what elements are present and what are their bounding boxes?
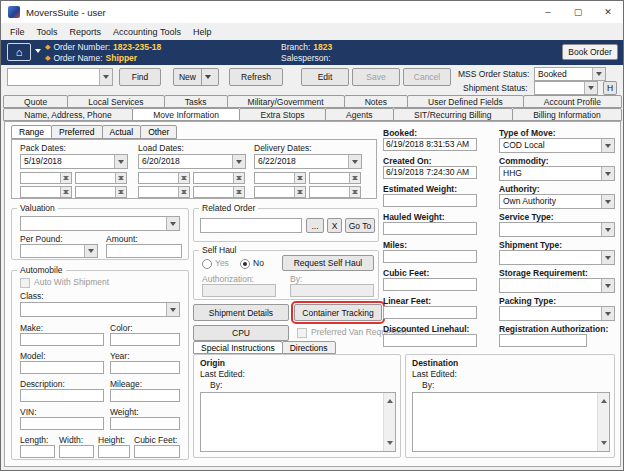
- tab-billing-information[interactable]: Billing Information: [512, 108, 622, 121]
- shipment-details-button[interactable]: Shipment Details: [193, 304, 289, 321]
- delivery-spinner-1[interactable]: [254, 172, 306, 184]
- related-order-goto-button[interactable]: Go To: [345, 218, 375, 233]
- color-field[interactable]: [110, 333, 180, 346]
- per-pound-combo[interactable]: [20, 244, 98, 258]
- refresh-button[interactable]: Refresh: [229, 68, 283, 86]
- pack-spinner-3[interactable]: [20, 186, 72, 198]
- tab-tasks[interactable]: Tasks: [164, 95, 228, 108]
- discounted-linehaul-field[interactable]: [383, 334, 477, 347]
- delivery-spinner-4[interactable]: [309, 186, 361, 198]
- tab-notes[interactable]: Notes: [344, 95, 408, 108]
- subtab-preferred[interactable]: Preferred: [51, 125, 102, 139]
- spinner-arrows-icon[interactable]: [349, 173, 360, 183]
- dropdown-arrow-icon[interactable]: [601, 223, 614, 236]
- dropdown-arrow-icon[interactable]: [348, 155, 361, 168]
- load-spinner-2[interactable]: [193, 172, 245, 184]
- spinner-arrows-icon[interactable]: [178, 173, 189, 183]
- subtab-actual[interactable]: Actual: [102, 125, 142, 139]
- make-field[interactable]: [20, 333, 104, 346]
- weight-field[interactable]: [110, 417, 180, 430]
- tab-sit-recurring-billing[interactable]: SIT/Recurring Billing: [393, 108, 513, 121]
- menu-file[interactable]: File: [4, 25, 31, 39]
- tab-directions[interactable]: Directions: [282, 341, 336, 354]
- tab-account-profile[interactable]: Account Profile: [523, 95, 622, 108]
- load-spinner-3[interactable]: [138, 186, 190, 198]
- hauled-weight-field[interactable]: [383, 222, 477, 235]
- home-dropdown-icon[interactable]: [35, 49, 41, 56]
- pack-spinner-4[interactable]: [75, 186, 127, 198]
- stats-cubic-feet-field[interactable]: [383, 278, 477, 291]
- spinner-arrows-icon[interactable]: [115, 187, 126, 197]
- subtab-other[interactable]: Other: [140, 125, 177, 139]
- load-date-combo[interactable]: 6/20/2018: [138, 154, 246, 169]
- spinner-arrows-icon[interactable]: [349, 187, 360, 197]
- scrollbar[interactable]: [383, 393, 395, 451]
- save-button[interactable]: Save: [352, 68, 400, 86]
- tab-quote[interactable]: Quote: [3, 95, 68, 108]
- amount-field[interactable]: [106, 244, 182, 258]
- load-spinner-1[interactable]: [138, 172, 190, 184]
- dropdown-arrow-icon[interactable]: [601, 251, 614, 264]
- container-tracking-button[interactable]: Container Tracking: [294, 304, 382, 321]
- dropdown-arrow-icon[interactable]: [601, 139, 614, 152]
- spinner-arrows-icon[interactable]: [115, 173, 126, 183]
- spinner-arrows-icon[interactable]: [60, 173, 71, 183]
- pack-date-combo[interactable]: 5/19/2018: [20, 154, 128, 169]
- vin-field[interactable]: [20, 417, 104, 430]
- menu-help[interactable]: Help: [187, 25, 218, 39]
- valuation-combo[interactable]: [20, 216, 180, 231]
- destination-instructions-textarea[interactable]: [412, 392, 610, 452]
- close-icon[interactable]: ✕: [593, 1, 623, 23]
- dropdown-arrow-icon[interactable]: [601, 307, 614, 320]
- spinner-arrows-icon[interactable]: [60, 187, 71, 197]
- cubic-feet-field[interactable]: [134, 445, 180, 458]
- related-order-clear-button[interactable]: X: [327, 218, 342, 233]
- auto-with-shipment-checkbox[interactable]: [20, 278, 30, 288]
- related-order-browse-button[interactable]: ...: [306, 218, 324, 233]
- class-combo[interactable]: [20, 302, 180, 317]
- origin-instructions-textarea[interactable]: [200, 392, 396, 452]
- spinner-arrows-icon[interactable]: [294, 173, 305, 183]
- tab-military-government[interactable]: Military/Government: [227, 95, 345, 108]
- shipment-type-combo[interactable]: [499, 250, 615, 265]
- type-of-move-combo[interactable]: COD Local: [499, 138, 615, 153]
- width-field[interactable]: [59, 445, 94, 458]
- delivery-spinner-3[interactable]: [254, 186, 306, 198]
- dropdown-arrow-icon[interactable]: [584, 82, 597, 94]
- mileage-field[interactable]: [110, 389, 180, 402]
- authority-combo[interactable]: Own Authority: [499, 194, 615, 209]
- commodity-combo[interactable]: HHG: [499, 166, 615, 181]
- spinner-arrows-icon[interactable]: [233, 187, 244, 197]
- mss-order-status-combo[interactable]: Booked: [534, 67, 606, 81]
- related-order-field[interactable]: [200, 218, 302, 233]
- find-button[interactable]: Find: [119, 68, 161, 86]
- estimated-weight-field[interactable]: [383, 194, 477, 207]
- dropdown-arrow-icon[interactable]: [232, 155, 245, 168]
- shipment-status-combo[interactable]: [534, 81, 598, 95]
- registration-authorization-field[interactable]: [499, 334, 587, 347]
- load-spinner-4[interactable]: [193, 186, 245, 198]
- minimize-icon[interactable]: –: [533, 1, 563, 23]
- model-field[interactable]: [20, 361, 104, 374]
- spinner-arrows-icon[interactable]: [233, 173, 244, 183]
- dropdown-arrow-icon[interactable]: [166, 303, 179, 316]
- storage-requirement-combo[interactable]: [499, 278, 615, 293]
- cancel-button[interactable]: Cancel: [403, 68, 451, 86]
- order-search-combo[interactable]: [7, 68, 113, 86]
- maximize-icon[interactable]: ▢: [563, 1, 593, 23]
- dropdown-arrow-icon[interactable]: [166, 217, 179, 230]
- authorization-field[interactable]: [202, 284, 276, 297]
- self-haul-by-field[interactable]: [290, 284, 374, 297]
- tab-special-instructions[interactable]: Special Instructions: [193, 341, 283, 354]
- height-field[interactable]: [98, 445, 130, 458]
- tab-local-services[interactable]: Local Services: [67, 95, 164, 108]
- new-button[interactable]: New: [173, 68, 219, 86]
- book-order-button[interactable]: Book Order: [562, 44, 618, 60]
- dropdown-arrow-icon[interactable]: [601, 195, 614, 208]
- pack-spinner-1[interactable]: [20, 172, 72, 184]
- delivery-date-combo[interactable]: 6/22/2018: [254, 154, 362, 169]
- cpu-button[interactable]: CPU: [193, 325, 289, 341]
- tab-agents[interactable]: Agents: [325, 108, 394, 121]
- linear-feet-field[interactable]: [383, 306, 477, 319]
- home-icon[interactable]: ⌂: [7, 43, 31, 61]
